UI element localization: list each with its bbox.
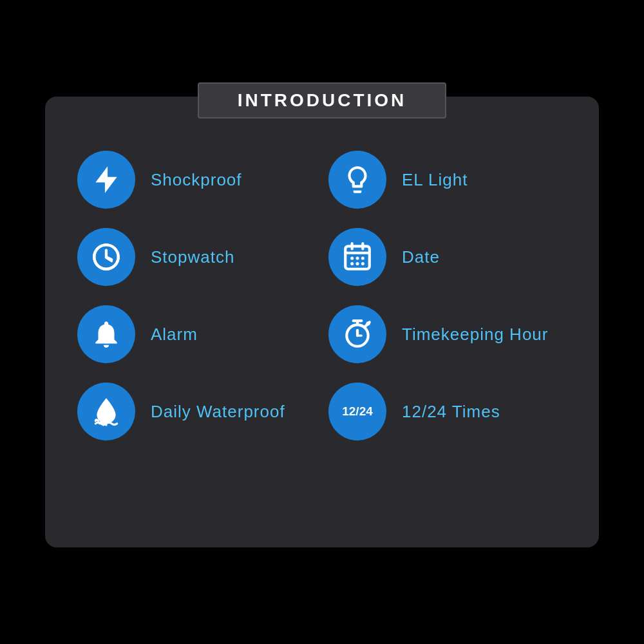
timekeeping-icon-circle xyxy=(328,305,386,363)
svg-point-21 xyxy=(366,321,370,325)
1224-icon-text: 12/24 xyxy=(342,404,373,419)
svg-line-20 xyxy=(365,325,366,327)
page-title: INTRODUCTION xyxy=(238,90,407,110)
feature-shockproof: Shockproof xyxy=(77,151,316,209)
feature-stopwatch: Stopwatch xyxy=(77,228,316,286)
calendar-icon xyxy=(341,241,374,273)
water-icon xyxy=(90,395,122,428)
features-grid: Shockproof EL Light Stopwatch xyxy=(77,151,567,440)
waterproof-label: Daily Waterproof xyxy=(151,402,285,422)
1224-icon-circle: 12/24 xyxy=(328,383,386,440)
feature-waterproof: Daily Waterproof xyxy=(77,383,316,440)
date-icon-circle xyxy=(328,228,386,286)
lightning-icon xyxy=(90,164,122,196)
shockproof-icon-circle xyxy=(77,151,135,209)
alarm-icon-circle xyxy=(77,305,135,363)
stopwatch-label: Stopwatch xyxy=(151,247,234,267)
timekeeping-label: Timekeeping Hour xyxy=(402,325,548,345)
el-light-label: EL Light xyxy=(402,170,468,190)
svg-point-8 xyxy=(350,257,354,260)
svg-point-11 xyxy=(350,262,354,265)
alarm-label: Alarm xyxy=(151,325,198,345)
svg-point-13 xyxy=(361,262,365,265)
stopwatch-icon-circle xyxy=(77,228,135,286)
feature-el-light: EL Light xyxy=(328,151,567,209)
stopwatch-timer-icon xyxy=(341,318,374,350)
svg-point-12 xyxy=(356,262,359,265)
svg-point-9 xyxy=(356,257,359,260)
intro-card: INTRODUCTION Shockproof EL Light xyxy=(45,97,599,547)
bell-icon xyxy=(90,318,122,350)
el-light-icon-circle xyxy=(328,151,386,209)
waterproof-icon-circle xyxy=(77,383,135,440)
title-bar: INTRODUCTION xyxy=(198,82,447,118)
feature-timekeeping: Timekeeping Hour xyxy=(328,305,567,363)
svg-point-10 xyxy=(361,257,365,260)
date-label: Date xyxy=(402,247,440,267)
shockproof-label: Shockproof xyxy=(151,170,242,190)
svg-marker-0 xyxy=(95,166,117,193)
feature-1224: 12/24 12/24 Times xyxy=(328,383,567,440)
bulb-icon xyxy=(341,164,374,196)
feature-date: Date xyxy=(328,228,567,286)
feature-alarm: Alarm xyxy=(77,305,316,363)
clock-icon xyxy=(90,241,122,273)
1224-label: 12/24 Times xyxy=(402,402,500,422)
